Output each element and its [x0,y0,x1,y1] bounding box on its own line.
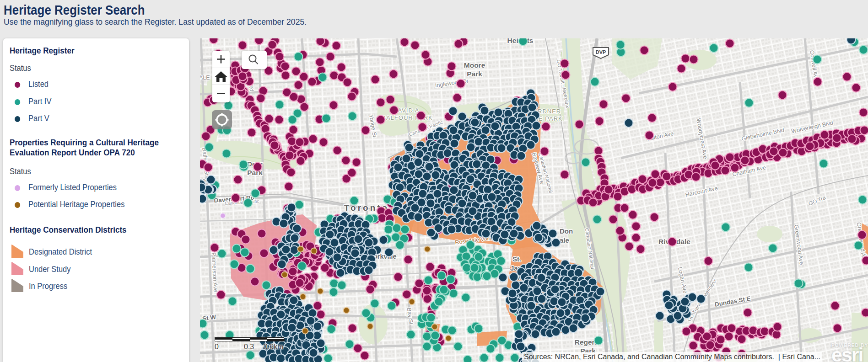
svg-text:St.: St. [512,255,521,263]
svg-text:ale: ale [560,236,569,244]
svg-text:Park: Park [467,70,482,78]
svg-text:DVP: DVP [596,49,606,55]
svg-text:ALE: ALE [200,75,210,81]
svg-text:Don: Don [560,227,573,235]
svg-text:Moore: Moore [464,61,485,69]
